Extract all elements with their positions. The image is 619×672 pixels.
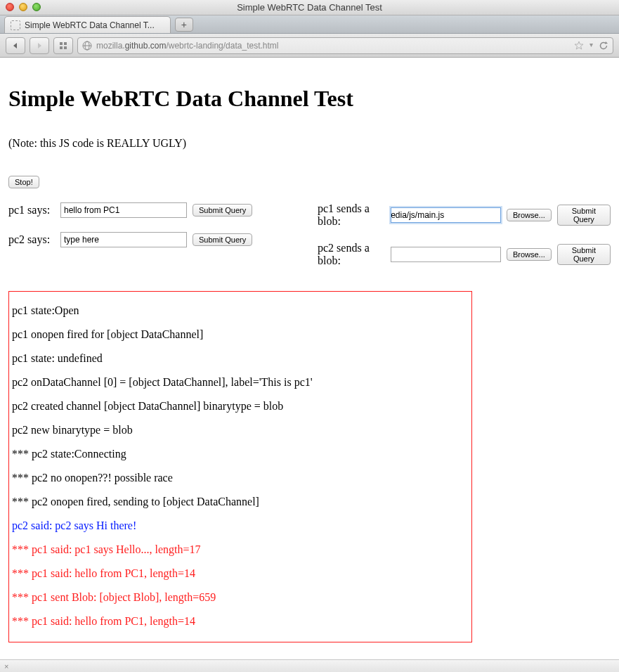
log-line: *** pc2 state:Connecting: [12, 448, 469, 460]
window-title: Simple WebRTC Data Channel Test: [237, 2, 382, 13]
forward-button[interactable]: [30, 37, 49, 54]
log-line: *** pc1 said: hello from PC1, length=14: [12, 615, 469, 628]
favicon-placeholder-icon: [11, 20, 20, 30]
url-host-prefix: mozilla.: [96, 41, 125, 51]
reload-icon[interactable]: [599, 41, 608, 51]
log-line: *** pc1 said: pc1 says Hello..., length=…: [12, 543, 469, 556]
pc1-submit-button[interactable]: Submit Query: [193, 204, 252, 217]
triangle-right-icon: [36, 42, 43, 49]
log-line: *** pc1 said: hello from PC1, length=14: [12, 567, 469, 580]
pc1-blob-submit-button[interactable]: Submit Query: [557, 205, 611, 226]
back-button[interactable]: [6, 37, 25, 54]
pc1-says-input[interactable]: [60, 202, 187, 218]
tab-bar: Simple WebRTC Data Channel T... +: [0, 15, 619, 34]
pc2-browse-button[interactable]: Browse...: [507, 248, 552, 261]
pc2-blob-label: pc2 sends a blob:: [318, 242, 385, 267]
window-titlebar: Simple WebRTC Data Channel Test: [0, 0, 619, 15]
svg-rect-5: [64, 46, 67, 49]
pc1-browse-button[interactable]: Browse...: [507, 209, 552, 221]
pc1-blob-file-display[interactable]: ipl/getusermedia/js/main.js: [391, 207, 501, 223]
traffic-lights: [6, 3, 41, 11]
action-button[interactable]: [53, 37, 73, 54]
pc2-says-input[interactable]: [60, 232, 187, 247]
svg-rect-3: [64, 42, 67, 45]
log-line: *** pc2 no onopen??! possible race: [12, 472, 469, 484]
url-text: mozilla.github.com/webrtc-landing/data_t…: [96, 41, 278, 51]
url-bar[interactable]: mozilla.github.com/webrtc-landing/data_t…: [77, 37, 613, 54]
log-line: pc2 said: pc2 says Hi there!: [12, 519, 469, 532]
tab-title: Simple WebRTC Data Channel T...: [25, 20, 155, 30]
log-line: pc2 created channel [object DataChannel]…: [12, 400, 469, 413]
svg-marker-1: [38, 43, 41, 49]
log-line: *** pc1 sent Blob: [object Blob], length…: [12, 591, 469, 604]
bookmark-star-icon[interactable]: [574, 41, 584, 51]
log-line: pc2 new binarytype = blob: [12, 424, 469, 437]
status-bar: ×: [0, 659, 619, 672]
plus-icon: +: [181, 19, 187, 30]
log-output[interactable]: pc1 state:Openpc1 onopen fired for [obje…: [8, 291, 472, 642]
url-host: github.com: [125, 41, 167, 51]
pc2-blob-submit-button[interactable]: Submit Query: [557, 244, 611, 265]
svg-rect-4: [60, 46, 63, 49]
page-heading: Simple WebRTC Data Channel Test: [8, 86, 611, 112]
pc1-blob-filename: ipl/getusermedia/js/main.js: [391, 210, 444, 220]
log-line: *** pc2 onopen fired, sending to [object…: [12, 496, 469, 508]
globe-icon: [82, 41, 92, 51]
log-line: pc1 state: undefined: [12, 352, 469, 365]
svg-marker-9: [575, 41, 583, 49]
page-note: (Note: this JS code is REALLY UGLY): [8, 137, 611, 150]
svg-rect-2: [60, 42, 63, 45]
new-tab-button[interactable]: +: [175, 18, 193, 32]
window-zoom-button[interactable]: [32, 3, 41, 11]
url-path: /webrtc-landing/data_test.html: [166, 41, 278, 51]
stop-button[interactable]: Stop!: [8, 176, 39, 188]
window-close-button[interactable]: [6, 3, 14, 11]
urlbar-right-icons: ▾: [574, 41, 608, 51]
pc1-blob-label: pc1 sends a blob:: [318, 202, 385, 228]
browser-tab[interactable]: Simple WebRTC Data Channel T...: [4, 16, 171, 33]
log-line: pc1 state:Open: [12, 304, 469, 317]
grid-icon: [59, 41, 67, 50]
browser-toolbar: mozilla.github.com/webrtc-landing/data_t…: [0, 34, 619, 58]
page-content: Simple WebRTC Data Channel Test (Note: t…: [0, 58, 619, 650]
pc2-says-label: pc2 says:: [8, 233, 55, 246]
triangle-left-icon: [12, 42, 19, 49]
pc2-submit-button[interactable]: Submit Query: [193, 233, 252, 246]
status-close-icon[interactable]: ×: [4, 662, 8, 671]
log-line: pc2 onDataChannel [0] = [object DataChan…: [12, 376, 469, 389]
svg-marker-10: [605, 41, 608, 44]
window-minimize-button[interactable]: [19, 3, 27, 11]
svg-marker-0: [13, 43, 17, 49]
pc1-says-label: pc1 says:: [8, 204, 55, 217]
dropdown-caret-icon[interactable]: ▾: [589, 41, 593, 51]
log-line: pc1 onopen fired for [object DataChannel…: [12, 328, 469, 341]
pc2-blob-file-display[interactable]: [391, 247, 501, 262]
